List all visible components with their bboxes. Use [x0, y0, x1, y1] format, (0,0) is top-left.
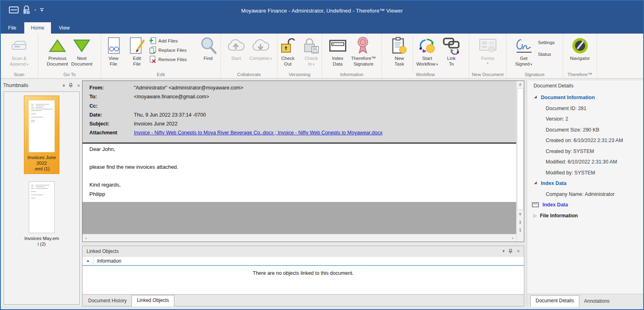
detail-document-id: Document ID: 281: [527, 103, 643, 114]
close-icon[interactable]: ×: [517, 249, 520, 253]
vertical-scrollbar[interactable]: ∧ ∨ ↥ ↧: [516, 81, 524, 242]
add-files-icon: [149, 37, 157, 45]
email-attachment-label: Attachment: [89, 130, 134, 136]
remove-files-button[interactable]: Remove Files: [149, 56, 197, 63]
scroll-left-icon[interactable]: ‹: [83, 235, 89, 242]
edit-file-button[interactable]: Edit File: [125, 35, 149, 67]
email-body-line: please find the new invoices attached.: [89, 164, 178, 170]
section-file-information[interactable]: ▷ File Information: [527, 210, 643, 221]
group-label-scan: Scan: [0, 72, 38, 77]
index-data-link[interactable]: Index Data: [527, 200, 643, 210]
start-workflow-button[interactable]: Start Workflow: [415, 35, 440, 67]
start-collaborate-button[interactable]: Start: [225, 35, 248, 62]
linked-objects-column-header[interactable]: ▲ Information: [83, 257, 524, 266]
remove-files-icon: [149, 55, 157, 64]
horizontal-scrollbar[interactable]: ‹ ›: [83, 234, 516, 242]
column-information[interactable]: Information: [94, 258, 121, 264]
cloud-download-icon: [251, 36, 271, 56]
panel-dropdown-icon[interactable]: ▾: [502, 249, 505, 253]
index-data-button[interactable]: Index Data: [326, 35, 350, 67]
tab-annotations[interactable]: Annotations: [579, 296, 614, 306]
email-to-value: <moyaware.finance@gmail.com>: [134, 94, 209, 100]
dropdown-caret-icon: [312, 62, 315, 66]
expanded-icon[interactable]: [534, 181, 537, 184]
close-icon[interactable]: ×: [77, 83, 80, 88]
tab-document-details[interactable]: Document Details: [530, 295, 579, 307]
panel-dropdown-icon[interactable]: ▾: [63, 83, 65, 88]
collapsed-icon[interactable]: ▷: [534, 210, 537, 221]
new-task-button[interactable]: New Task: [388, 35, 411, 67]
find-icon: [199, 36, 217, 56]
email-subject-value: Invoices June 2022: [134, 121, 178, 127]
thumbnail-page-preview: [29, 100, 55, 152]
tab-document-history[interactable]: Document History: [83, 296, 131, 306]
email-body-line: Philipp: [89, 191, 105, 197]
pin-icon[interactable]: [69, 83, 73, 88]
view-file-button[interactable]: View File: [102, 35, 125, 67]
scroll-right-icon[interactable]: ›: [509, 235, 516, 242]
section-index-data[interactable]: Index Data: [527, 178, 643, 189]
linked-objects-title: Linked Objects: [87, 248, 119, 254]
open-padlock-icon: [280, 36, 296, 56]
expanded-icon[interactable]: [534, 96, 537, 98]
get-signed-button[interactable]: Get Signed: [512, 35, 536, 67]
next-document-button[interactable]: Next Document: [70, 35, 94, 67]
email-attachment-link[interactable]: Invoice - Nifty Web Conepts to Moya Rive…: [134, 130, 382, 136]
tab-view[interactable]: View: [53, 22, 76, 34]
detail-created-on: Created on: 6/10/2022 2:31:23 AM: [527, 135, 643, 146]
replace-files-button[interactable]: Replace Files: [149, 47, 197, 54]
next-page-icon[interactable]: ↧: [517, 227, 524, 234]
therefore-signature-button[interactable]: Therefore™ Signature: [350, 35, 377, 67]
thumbnail-item-selected[interactable]: Invoices June 2022 .eml (1): [24, 96, 59, 174]
email-date-value: Thu, 9 Jun 2022 23:37:14 -0700: [134, 112, 206, 118]
check-in-button[interactable]: Check In: [300, 35, 323, 67]
group-label-therefore: Therefore™: [563, 72, 597, 77]
scrollbar-thumb[interactable]: [517, 88, 523, 210]
group-label-versioning: Versioning: [278, 72, 322, 77]
scan-append-button[interactable]: Scan & Append: [7, 35, 31, 67]
tab-linked-objects[interactable]: Linked Objects: [131, 295, 174, 306]
group-label-new-document: New Document: [469, 72, 506, 77]
previous-document-button[interactable]: Previous Document: [45, 35, 70, 67]
edit-small-buttons: Add Files Replace Files Remove Files: [149, 35, 197, 63]
scroll-down-icon[interactable]: ∨: [517, 210, 524, 218]
complete-collaborate-button[interactable]: Complete: [248, 35, 274, 62]
ribbon-group-therefore: Navigator Therefore™: [563, 34, 597, 78]
detail-version: Version: 2: [527, 114, 643, 125]
signature-settings-button[interactable]: Settings: [536, 39, 557, 46]
link-to-button[interactable]: Link To: [440, 35, 463, 67]
previous-page-icon[interactable]: ↥: [517, 219, 524, 226]
scroll-up-icon[interactable]: ∧: [517, 81, 524, 88]
tab-file[interactable]: File: [2, 22, 23, 34]
find-button[interactable]: Find: [197, 35, 220, 62]
ribbon-group-new-document: Forms ▾ New Document: [469, 34, 506, 78]
forms-icon: [478, 36, 498, 56]
email-subject-label: Subject:: [89, 121, 134, 127]
sort-ascending-icon[interactable]: ▲: [83, 257, 94, 265]
section-document-information[interactable]: Document Information: [527, 92, 643, 103]
signature-ribbon-icon: [356, 36, 370, 56]
signature-status-button[interactable]: Status: [536, 51, 557, 58]
details-tabs: Document Details Annotations: [527, 294, 643, 306]
email-cc-label: Cc:: [89, 103, 134, 109]
index-card-icon: [329, 36, 347, 56]
forms-button[interactable]: Forms ▾: [476, 35, 500, 65]
ribbon-group-goto: Previous Document Next Document Go To: [38, 34, 101, 78]
thumbnails-panel-title: Thumbnails: [3, 83, 28, 88]
check-out-button[interactable]: Check Out: [276, 35, 300, 67]
add-files-button[interactable]: Add Files: [149, 37, 197, 45]
pin-icon[interactable]: [508, 249, 513, 254]
document-viewer: From:"Administrator" <administrator@moya…: [82, 81, 524, 242]
thumbnail-label: Invoices June 2022 .eml (1): [24, 155, 59, 172]
group-label-edit: Edit: [101, 72, 220, 77]
navigator-compass-icon: [571, 36, 589, 56]
tab-home[interactable]: Home: [24, 22, 51, 34]
thumbnail-page-preview: [29, 181, 55, 233]
clipboard-task-icon: [391, 36, 407, 56]
email-date-label: Date:: [89, 112, 134, 118]
navigator-button[interactable]: Navigator: [568, 35, 592, 62]
window-title: Moyaware Finance - Administrator, Undefi…: [0, 8, 644, 14]
cloud-upload-icon: [226, 36, 246, 56]
group-label-signature: Signature: [506, 72, 563, 77]
thumbnail-item[interactable]: Invoices May.em l (2): [24, 181, 59, 247]
